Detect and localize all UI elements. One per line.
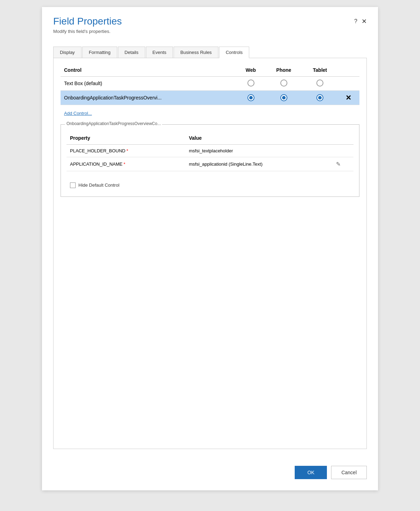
tablet-radio-filled[interactable] (316, 94, 323, 101)
close-button[interactable]: ✕ (362, 18, 367, 25)
prop-value-1: msfsi_textplaceholder (186, 144, 332, 157)
phone-radio-filled[interactable] (280, 94, 287, 101)
prop-name-2: APPLICATION_ID_NAME* (66, 157, 186, 171)
required-star-2: * (124, 161, 125, 167)
tabs-container: Display Formatting Details Events Busine… (53, 47, 367, 58)
web-radio-filled-cell[interactable] (236, 90, 265, 105)
table-row: APPLICATION_ID_NAME* msfsi_applicationid… (66, 157, 354, 171)
dialog-window-controls: ? ✕ (354, 15, 367, 25)
prop-name-1: PLACE_HOLDER_BOUND* (66, 144, 186, 157)
properties-section: OnboardingApplicationTaskProgressOvervie… (61, 124, 359, 197)
tab-events[interactable]: Events (146, 47, 173, 58)
col-header-web: Web (236, 65, 265, 77)
hide-default-checkbox[interactable] (70, 182, 76, 188)
ok-button[interactable]: OK (295, 466, 327, 479)
table-row: PLACE_HOLDER_BOUND* msfsi_textplaceholde… (66, 144, 354, 157)
required-star-1: * (126, 148, 128, 153)
col-header-tablet: Tablet (302, 65, 338, 77)
col-header-control: Control (61, 65, 236, 77)
tablet-radio-cell[interactable] (302, 76, 338, 90)
table-row: Text Box (default) (61, 76, 359, 90)
web-radio-empty[interactable] (247, 80, 254, 87)
tab-content-controls: Control Web Phone Tablet Text Box (defau… (53, 58, 367, 449)
help-button[interactable]: ? (354, 18, 357, 25)
control-name-selected: OnboardingApplicationTaskProgressOvervi.… (61, 90, 236, 105)
dialog-footer: OK Cancel (53, 460, 367, 479)
control-name: Text Box (default) (61, 76, 236, 90)
controls-table: Control Web Phone Tablet Text Box (defau… (61, 65, 359, 105)
hide-default-label: Hide Default Control (78, 182, 119, 188)
hide-default-row: Hide Default Control (66, 180, 354, 191)
props-section-legend: OnboardingApplicationTaskProgressOvervie… (65, 121, 162, 126)
web-radio-filled[interactable] (247, 94, 254, 101)
phone-radio-filled-cell[interactable] (265, 90, 302, 105)
properties-table: Property Value PLACE_HOLDER_BOUND* msfsi… (66, 133, 354, 171)
tab-details[interactable]: Details (118, 47, 145, 58)
dialog-header: Field Properties Modify this field's pro… (53, 15, 367, 34)
table-row: OnboardingApplicationTaskProgressOvervi.… (61, 90, 359, 105)
tab-display[interactable]: Display (53, 47, 82, 58)
tablet-radio-filled-cell[interactable] (302, 90, 338, 105)
edit-icon-cell[interactable]: ✎ (332, 157, 354, 171)
delete-cell[interactable]: ✕ (338, 90, 359, 105)
col-header-phone: Phone (265, 65, 302, 77)
header-text: Field Properties Modify this field's pro… (53, 15, 122, 34)
phone-radio-empty[interactable] (280, 80, 287, 87)
delete-control-button[interactable]: ✕ (345, 94, 351, 102)
field-properties-dialog: Field Properties Modify this field's pro… (42, 7, 378, 490)
tab-controls[interactable]: Controls (219, 47, 249, 58)
dialog-title: Field Properties (53, 15, 122, 27)
props-inner: Property Value PLACE_HOLDER_BOUND* msfsi… (61, 125, 359, 196)
add-control-link[interactable]: Add Control... (64, 111, 92, 116)
dialog-subtitle: Modify this field's properties. (53, 29, 122, 34)
tab-business-rules[interactable]: Business Rules (174, 47, 218, 58)
value-col-header: Value (186, 133, 332, 145)
cancel-button[interactable]: Cancel (331, 466, 367, 479)
prop-col-header: Property (66, 133, 186, 145)
prop-value-2: msfsi_applicationid (SingleLine.Text) (186, 157, 332, 171)
phone-radio-cell[interactable] (265, 76, 302, 90)
edit-icon[interactable]: ✎ (336, 161, 341, 167)
tablet-radio-empty[interactable] (316, 80, 323, 87)
tab-formatting[interactable]: Formatting (82, 47, 117, 58)
web-radio-cell[interactable] (236, 76, 265, 90)
